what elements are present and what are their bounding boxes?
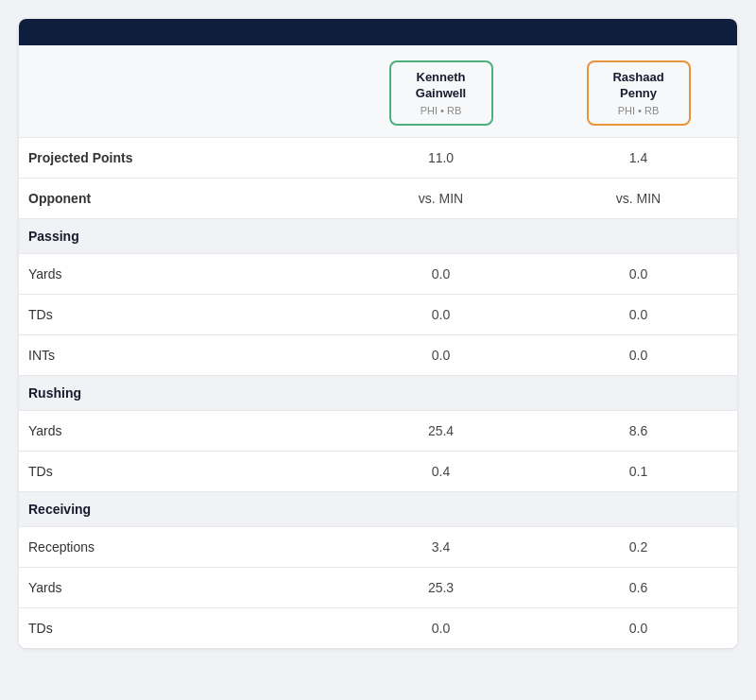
player2-value: 0.6 [540,567,737,607]
player1-value: 0.4 [342,451,540,491]
player1-value: 25.4 [342,410,540,451]
player1-value: 0.0 [342,253,540,294]
player1-value: 3.4 [342,526,540,567]
category-row: Passing [19,218,737,253]
table-row: Opponentvs. MINvs. MIN [19,178,737,218]
player1-meta: PHI • RB [406,105,476,116]
row-label: Opponent [19,178,342,218]
table-row: TDs0.00.0 [19,607,737,648]
table-row: TDs0.40.1 [19,451,737,491]
category-label: Passing [19,218,737,253]
detailed-breakdown-card: KennethGainwell PHI • RB RashaadPenny PH… [19,19,737,648]
table-row: Yards25.30.6 [19,567,737,607]
row-label: Yards [19,253,342,294]
player1-value: 0.0 [342,334,540,375]
player2-value: 1.4 [540,137,737,178]
table-row: Yards0.00.0 [19,253,737,294]
player2-header-cell: RashaadPenny PHI • RB [540,45,737,137]
row-label: Receptions [19,526,342,567]
row-label: Yards [19,567,342,607]
player2-value: 0.2 [540,526,737,567]
table-row: Yards25.48.6 [19,410,737,451]
row-label: TDs [19,294,342,334]
player2-name: RashaadPenny [604,70,674,102]
player1-card: KennethGainwell PHI • RB [389,60,493,126]
player1-value: 0.0 [342,294,540,334]
player2-value: 0.0 [540,253,737,294]
category-row: Receiving [19,491,737,526]
player2-meta: PHI • RB [604,105,674,116]
table-row: Receptions3.40.2 [19,526,737,567]
player2-value: vs. MIN [540,178,737,218]
table-container: KennethGainwell PHI • RB RashaadPenny PH… [19,45,737,648]
player2-value: 0.1 [540,451,737,491]
row-label: TDs [19,451,342,491]
row-label: TDs [19,607,342,648]
table-row: Projected Points11.01.4 [19,137,737,178]
card-header [19,19,737,45]
player-header-row: KennethGainwell PHI • RB RashaadPenny PH… [19,45,737,137]
player1-value: vs. MIN [342,178,540,218]
player2-value: 8.6 [540,410,737,451]
player1-header-cell: KennethGainwell PHI • RB [342,45,540,137]
row-label: INTs [19,334,342,375]
table-body: Projected Points11.01.4Opponentvs. MINvs… [19,137,737,648]
player1-value: 0.0 [342,607,540,648]
player1-name: KennethGainwell [406,70,476,102]
player2-value: 0.0 [540,294,737,334]
player1-value: 25.3 [342,567,540,607]
player1-value: 11.0 [342,137,540,178]
category-label: Receiving [19,491,737,526]
player2-value: 0.0 [540,607,737,648]
player2-value: 0.0 [540,334,737,375]
empty-header-cell [19,45,342,137]
row-label: Yards [19,410,342,451]
row-label: Projected Points [19,137,342,178]
table-row: INTs0.00.0 [19,334,737,375]
breakdown-table: KennethGainwell PHI • RB RashaadPenny PH… [19,45,737,648]
category-label: Rushing [19,375,737,410]
table-row: TDs0.00.0 [19,294,737,334]
category-row: Rushing [19,375,737,410]
player2-card: RashaadPenny PHI • RB [587,60,691,126]
